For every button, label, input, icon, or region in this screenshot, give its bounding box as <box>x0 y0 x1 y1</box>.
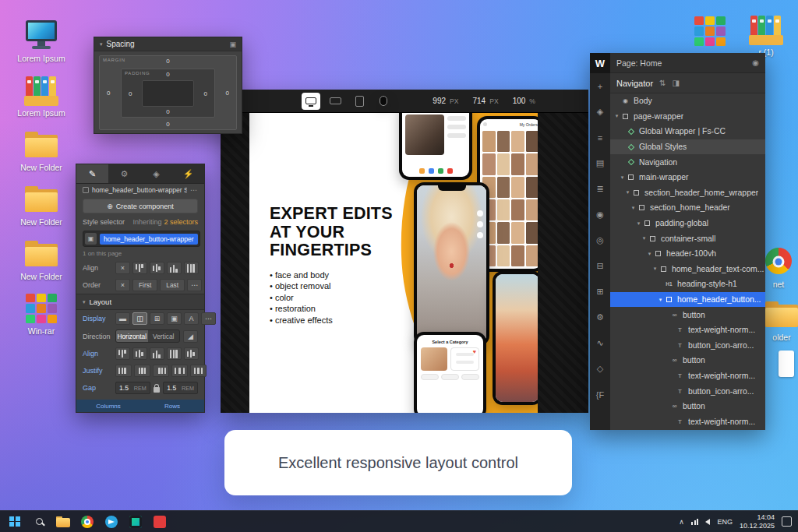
breakpoint-desktop-button[interactable] <box>302 93 320 110</box>
navigator-icon[interactable]: ≡ <box>590 125 610 150</box>
panel-pin-icon[interactable]: ▣ <box>229 41 236 48</box>
align-center-button[interactable] <box>132 347 147 360</box>
folder-desktop-icon[interactable]: New Folder <box>12 184 70 227</box>
components-icon[interactable]: ◈ <box>590 99 610 125</box>
tree-row[interactable]: ▾header-100vh <box>610 246 765 262</box>
monitor-desktop-icon[interactable]: Lorem Ipsum <box>12 20 70 63</box>
collapse-all-icon[interactable]: ⇅ <box>659 79 666 87</box>
chrome-taskbar-icon[interactable] <box>79 513 96 530</box>
tree-row[interactable]: ◉Body <box>610 93 765 109</box>
tree-row[interactable]: Ttext-weight-norm... <box>610 368 765 384</box>
padding-right-value[interactable]: 0 <box>204 90 207 97</box>
more-button[interactable]: ⋯ <box>201 312 216 325</box>
breakpoint-laptop-button[interactable] <box>326 93 344 110</box>
search-taskbar-icon[interactable] <box>30 513 48 530</box>
users-icon[interactable]: ◉ <box>590 202 610 227</box>
folder-desktop-icon[interactable]: New Folder <box>12 238 70 281</box>
order-more-button[interactable]: ⋯ <box>187 279 202 291</box>
tree-chevron-icon[interactable]: ▾ <box>630 205 637 211</box>
volume-icon[interactable] <box>705 519 710 525</box>
language-indicator[interactable]: ENG <box>717 518 733 526</box>
align-baseline-button[interactable] <box>184 347 199 360</box>
explorer-taskbar-icon[interactable] <box>55 513 72 530</box>
justify-center-button[interactable] <box>134 365 150 377</box>
preview-icon[interactable]: ◉ <box>752 58 759 67</box>
tree-row[interactable]: Tbutton_icon-arro... <box>610 338 765 354</box>
breakpoint-tablet-button[interactable] <box>350 93 369 110</box>
folder-desktop-icon[interactable]: New Folder <box>12 129 70 172</box>
order-x-button[interactable]: × <box>115 279 130 291</box>
winrar-desktop-icon[interactable] <box>681 16 739 49</box>
canvas-width-value[interactable]: 992 <box>433 97 446 105</box>
clock[interactable]: 14:04 10.12.2025 <box>740 513 775 530</box>
binders-desktop-icon[interactable]: r (1) <box>737 14 795 57</box>
block-button[interactable]: ▬ <box>115 312 130 325</box>
padding-top-value[interactable]: 0 <box>166 71 169 78</box>
direction-custom-button[interactable]: ◢ <box>183 330 198 343</box>
gear-tab[interactable]: ⚙ <box>108 164 140 183</box>
justify-around-button[interactable] <box>190 365 207 377</box>
tree-chevron-icon[interactable]: ▾ <box>641 235 648 241</box>
selector-state-icon[interactable]: ▣ <box>85 233 97 245</box>
tree-row[interactable]: Navigation <box>610 154 765 170</box>
gap-rows-input[interactable]: 1.5 REM <box>163 382 198 394</box>
tree-chevron-icon[interactable]: ▾ <box>619 174 626 181</box>
tree-row[interactable]: ▾page-wrapper <box>610 109 765 125</box>
tree-chevron-icon[interactable]: ▾ <box>613 113 620 119</box>
tree-chevron-icon[interactable]: ▾ <box>651 266 659 272</box>
brush-tab[interactable]: ✎ <box>76 164 108 183</box>
align-stretch-button[interactable] <box>184 262 199 274</box>
gap-lock-icon[interactable] <box>154 387 161 393</box>
notification-icon[interactable] <box>782 516 792 527</box>
direction-vertical-button[interactable]: Vertical <box>148 330 180 342</box>
tree-row[interactable]: H1heading-style-h1 <box>610 277 765 292</box>
tree-row[interactable]: ▾section_home_header <box>610 200 765 216</box>
start-taskbar-icon[interactable] <box>6 513 23 530</box>
canvas-zoom-value[interactable]: 100 <box>513 97 526 105</box>
class-pill[interactable]: home_header_button-wrapper <box>100 234 198 245</box>
custom-code-icon[interactable]: {F <box>590 382 610 407</box>
align-start-button[interactable] <box>115 347 130 360</box>
margin-right-value[interactable]: 0 <box>226 90 229 97</box>
gap-columns-input[interactable]: 1.5 REM <box>115 382 150 394</box>
tree-chevron-icon[interactable]: ▾ <box>657 297 664 303</box>
tree-chevron-icon[interactable]: ▾ <box>646 251 653 257</box>
margin-left-value[interactable]: 0 <box>107 90 110 97</box>
telegram-taskbar-icon[interactable] <box>103 513 120 530</box>
design-page[interactable]: EXPERT EDITS AT YOUR FINGERTIPS face and… <box>249 113 538 413</box>
network-icon[interactable] <box>691 519 699 525</box>
x-button[interactable]: × <box>115 262 130 274</box>
align-stretch-button[interactable] <box>167 347 182 360</box>
margin-top-value[interactable]: 0 <box>166 58 169 65</box>
tree-row[interactable]: Ttext-weight-norm... <box>610 322 765 338</box>
cms-icon[interactable]: ≣ <box>590 176 610 202</box>
tree-chevron-icon[interactable]: ▾ <box>635 220 642 227</box>
nodes-tab[interactable]: ◈ <box>140 164 172 183</box>
tree-row[interactable]: ∞button <box>610 353 765 368</box>
tray-chevron-icon[interactable]: ∧ <box>679 518 684 526</box>
flex-button[interactable]: ◫ <box>132 312 147 325</box>
margin-bottom-value[interactable]: 0 <box>166 121 169 128</box>
tree-row[interactable]: ∞button <box>610 307 765 322</box>
page-bar[interactable]: Page: Home ◉ <box>610 53 765 73</box>
layout-section-header[interactable]: ▾ Layout <box>76 294 204 310</box>
justify-start-button[interactable] <box>115 365 132 377</box>
settings-icon[interactable]: ⚙ <box>590 305 610 330</box>
align-end-button[interactable] <box>150 347 164 360</box>
tree-row[interactable]: ▾section_header_home_wrapper <box>610 185 765 201</box>
style-checkbox[interactable] <box>83 187 89 193</box>
padding-bottom-value[interactable]: 0 <box>166 108 169 115</box>
tree-chevron-icon[interactable]: ▾ <box>624 189 631 196</box>
tree-row[interactable]: Global Wrapper | Fs-CC <box>610 124 765 139</box>
tree-row[interactable]: ∞button <box>610 399 765 414</box>
tree-row[interactable]: Ttext-weight-norm... <box>610 414 765 429</box>
red-app-taskbar-icon[interactable] <box>151 513 168 530</box>
tree-row[interactable]: Global Styles <box>610 139 765 155</box>
tree-row[interactable]: ▾container-small <box>610 231 765 246</box>
audiences-icon[interactable]: ◎ <box>590 227 610 253</box>
order-first-button[interactable]: First <box>132 279 157 291</box>
binders-desktop-icon[interactable]: Lorem Ipsum <box>12 75 70 118</box>
integrations-icon[interactable]: ∿ <box>590 330 610 356</box>
create-component-button[interactable]: ⊕ Create component <box>83 199 198 213</box>
webflow-logo[interactable]: W <box>590 53 610 73</box>
